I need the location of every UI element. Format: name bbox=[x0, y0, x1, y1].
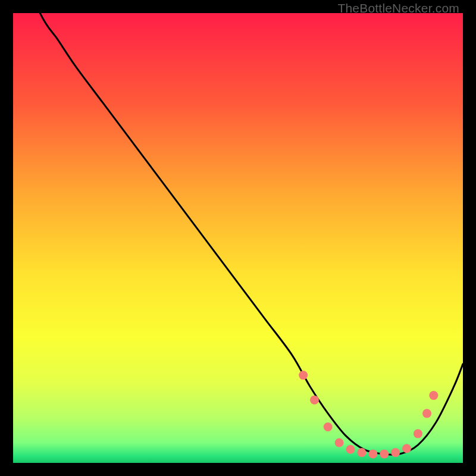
highlight-dot bbox=[422, 409, 431, 418]
gradient-background bbox=[13, 13, 463, 463]
highlight-dot bbox=[429, 391, 438, 400]
chart-frame bbox=[13, 13, 463, 463]
highlight-dot bbox=[368, 449, 377, 458]
highlight-dot bbox=[402, 444, 411, 453]
highlight-dot bbox=[324, 422, 333, 431]
bottleneck-chart bbox=[13, 13, 463, 463]
highlight-dot bbox=[346, 445, 355, 454]
highlight-dot bbox=[357, 448, 366, 457]
highlight-dot bbox=[299, 371, 308, 380]
highlight-dot bbox=[310, 396, 319, 405]
highlight-dot bbox=[391, 448, 400, 457]
highlight-dot bbox=[380, 449, 389, 458]
highlight-dot bbox=[414, 429, 422, 438]
highlight-dot bbox=[335, 438, 344, 447]
watermark-text: TheBottleNecker.com bbox=[337, 1, 459, 15]
